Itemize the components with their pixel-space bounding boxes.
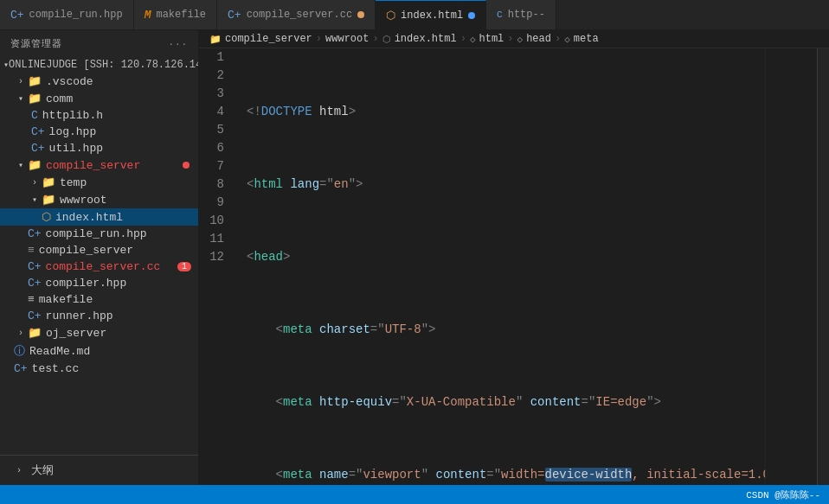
root-label: ONLINEJUDGE [SSH: 120.78.126.148] — [9, 59, 198, 71]
item-label: util.hpp — [49, 142, 103, 155]
item-label: log.hpp — [49, 125, 97, 138]
tab-compile-server-cc[interactable]: C+ compile_server.cc — [217, 0, 376, 29]
item-label: compile_server — [46, 159, 140, 172]
line-numbers: 12345 678910 1112 — [199, 48, 238, 485]
item-label: makefile — [39, 293, 93, 306]
scroll-edge — [817, 48, 829, 485]
sidebar-item-root[interactable]: ▾ ONLINEJUDGE [SSH: 120.78.126.148] — [0, 57, 198, 73]
html-icon: ⬡ — [42, 210, 51, 224]
editor-content[interactable]: 12345 678910 1112 <!DOCTYPE html> <html … — [199, 48, 829, 485]
sidebar-item-compile-run[interactable]: C+ compile_run.hpp — [0, 226, 198, 242]
folder-icon: 📁 — [28, 92, 42, 105]
modified-dot — [183, 162, 190, 169]
sidebar-item-readme[interactable]: ⓘ ReadMe.md — [0, 341, 198, 360]
tab-label: compile_server.cc — [247, 9, 352, 21]
sidebar-item-compiler-hpp[interactable]: C+ compiler.hpp — [0, 275, 198, 291]
sidebar-item-oj-server[interactable]: › 📁 oj_server — [0, 324, 198, 341]
sep: › — [555, 33, 561, 45]
breadcrumb-item[interactable]: wwwroot — [325, 33, 369, 45]
sidebar-item-index-html[interactable]: ⬡ index.html — [0, 208, 198, 226]
item-label: test.cc — [32, 362, 80, 375]
breadcrumb: 📁 compile_server › wwwroot › ⬡ index.htm… — [199, 30, 829, 48]
html-icon: ⬡ — [386, 9, 395, 22]
modified-dot-blue — [468, 12, 475, 19]
bottom-bar: CSDN @陈陈陈-- — [0, 485, 829, 504]
file-icon: ≡ — [28, 244, 35, 257]
code-line-3: <head> — [247, 248, 756, 266]
expand-arrow: › — [14, 329, 28, 338]
sep: › — [316, 33, 322, 45]
tab-label: index.html — [401, 10, 463, 22]
tag-icon: ◇ — [517, 34, 524, 45]
cpp-icon: C+ — [14, 362, 28, 375]
sidebar-item-test-cc[interactable]: C+ test.cc — [0, 360, 198, 377]
item-label: ReadMe.md — [29, 345, 90, 358]
item-label: wwwroot — [60, 194, 107, 207]
item-label: temp — [60, 176, 87, 189]
item-label: compile_server.cc — [46, 260, 161, 273]
sidebar-header-icons[interactable]: ··· — [169, 39, 188, 49]
breadcrumb-item[interactable]: index.html — [395, 33, 457, 45]
expand-arrow: › — [14, 77, 28, 86]
cpp-icon: C+ — [28, 309, 42, 322]
code-line-4: <meta charset="UTF-8"> — [247, 321, 756, 339]
cpp-icon: C+ — [10, 9, 24, 22]
sidebar-item-log[interactable]: C+ log.hpp — [0, 124, 198, 140]
item-label: compile_server — [39, 244, 133, 257]
bottom-right: CSDN @陈陈陈-- — [746, 488, 820, 501]
folder-icon: 📁 — [28, 326, 42, 340]
badge: 1 — [177, 262, 191, 271]
c-icon: C — [497, 10, 503, 20]
folder-icon: 📁 — [28, 74, 42, 88]
item-label: compile_run.hpp — [46, 227, 147, 240]
cpp-icon: C+ — [28, 277, 42, 290]
tab-label: http-- — [508, 9, 545, 21]
outline-label: 大纲 — [31, 463, 54, 478]
sidebar-item-compile-server-cc[interactable]: C+ compile_server.cc 1 — [0, 258, 198, 275]
more-icon[interactable]: ··· — [169, 39, 188, 49]
breadcrumb-item[interactable]: compile_server — [225, 33, 312, 45]
item-label: .vscode — [46, 75, 93, 88]
sidebar-title: 资源管理器 — [10, 37, 61, 50]
sidebar-item-runner-hpp[interactable]: C+ runner.hpp — [0, 308, 198, 324]
breadcrumb-item-head[interactable]: head — [526, 33, 551, 45]
tab-http[interactable]: C http-- — [486, 0, 556, 29]
html-icon: ⬡ — [382, 34, 391, 45]
sidebar-item-httplib[interactable]: C httplib.h — [0, 107, 198, 124]
sidebar-item-util[interactable]: C+ util.hpp — [0, 140, 198, 156]
expand-arrow: ▾ — [14, 160, 28, 170]
folder-icon: 📁 — [42, 175, 55, 189]
tag-icon: ◇ — [564, 34, 570, 45]
tab-compile-run[interactable]: C+ compile_run.hpp — [0, 0, 134, 29]
item-label: runner.hpp — [46, 309, 113, 322]
cpp-icon: C+ — [228, 9, 241, 22]
breadcrumb-item-meta[interactable]: meta — [574, 33, 599, 45]
cpp-icon: C+ — [31, 142, 45, 155]
sep: › — [507, 33, 513, 45]
code-line-2: <html lang="en"> — [247, 175, 756, 194]
code-editor[interactable]: <!DOCTYPE html> <html lang="en"> <head> … — [238, 48, 765, 485]
outline-section[interactable]: › 大纲 — [0, 455, 198, 485]
tab-makefile[interactable]: M makefile — [134, 0, 217, 29]
folder-icon: 📁 — [42, 193, 55, 207]
breadcrumb-item[interactable]: html — [479, 33, 504, 45]
editor-area: 📁 compile_server › wwwroot › ⬡ index.htm… — [199, 30, 829, 485]
makefile-icon: M — [145, 9, 151, 22]
expand-arrow: › — [12, 466, 26, 475]
sep: › — [372, 33, 378, 45]
code-line-5: <meta http-equiv="X-UA-Compatible" conte… — [247, 393, 756, 411]
tab-index-html[interactable]: ⬡ index.html — [376, 0, 486, 29]
sidebar-item-wwwroot[interactable]: ▾ 📁 wwwroot — [0, 191, 198, 208]
tab-bar: C+ compile_run.hpp M makefile C+ compile… — [0, 0, 829, 30]
sidebar-item-makefile[interactable]: ≡ makefile — [0, 291, 198, 308]
sidebar-tree: ▾ ONLINEJUDGE [SSH: 120.78.126.148] › 📁 … — [0, 57, 198, 455]
item-label: comm — [46, 93, 73, 105]
sidebar-item-temp[interactable]: › 📁 temp — [0, 174, 198, 191]
sidebar-item-comm[interactable]: ▾ 📁 comm — [0, 90, 198, 107]
sidebar-item-compile-server-file[interactable]: ≡ compile_server — [0, 242, 198, 258]
expand-arrow: ▾ — [14, 93, 28, 104]
tab-label: makefile — [156, 9, 206, 21]
sidebar-item-compile-server[interactable]: ▾ 📁 compile_server — [0, 156, 198, 174]
sidebar-item-vscode[interactable]: › 📁 .vscode — [0, 73, 198, 90]
makefile-icon: ≡ — [28, 293, 35, 306]
